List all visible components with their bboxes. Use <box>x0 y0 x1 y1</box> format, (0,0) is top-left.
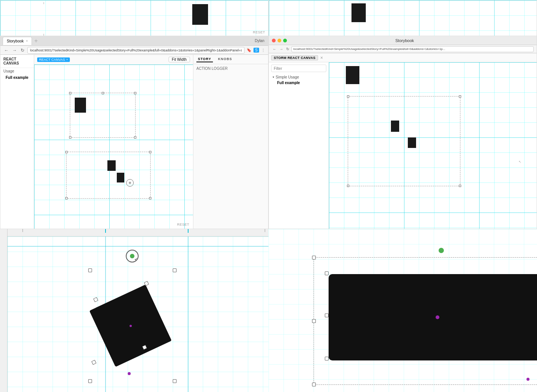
panel-tag-label: REACT CANVAS <box>39 58 65 62</box>
right-canvas-area[interactable]: ↖ <box>329 62 537 229</box>
shape-3 <box>117 173 124 182</box>
sel-handle-outer-tl[interactable] <box>88 268 92 272</box>
sel-handle-outer-br[interactable] <box>173 379 176 383</box>
ruler-vertical <box>0 229 8 392</box>
forward-btn-2[interactable]: → <box>279 47 284 51</box>
canvas-shape-top <box>192 4 208 25</box>
close-button[interactable] <box>272 39 276 42</box>
large-shape-center-dot <box>436 315 439 319</box>
bottom-purple-dot <box>128 372 131 375</box>
outer-handle-ml[interactable] <box>312 319 316 323</box>
ruler-horizontal <box>0 229 268 237</box>
action-panel: STORY KNOBS ACTION LOGGER <box>193 55 268 229</box>
handle-bl-2[interactable] <box>65 197 68 199</box>
handle-tl-2[interactable] <box>65 151 68 153</box>
tab-close-icon[interactable]: × <box>26 39 28 43</box>
bottom-left-canvas[interactable]: ↙ <box>8 237 268 392</box>
right-handle-tl[interactable] <box>347 95 349 98</box>
canvas-area[interactable]: RESET <box>34 65 193 229</box>
top-right-quadrant: Storybook ← → ↻ STORM REACT CANVAS × ▾ S… <box>268 0 537 229</box>
rotated-shape-center <box>130 325 132 327</box>
react-canvas-label: REACT CANVAS <box>0 55 34 68</box>
sel-handle-outer-tr[interactable] <box>173 268 176 272</box>
sidebar-usage[interactable]: Usage <box>0 68 34 74</box>
filter-input[interactable] <box>271 65 326 72</box>
tab-knobs[interactable]: KNOBS <box>217 56 234 62</box>
right-shape-lower <box>408 137 416 148</box>
rotation-handle-dot <box>130 254 134 258</box>
storybook-tab[interactable]: Storybook × <box>3 37 32 45</box>
canvas-toolbar: REACT CANVAS × Fit Width <box>34 55 193 65</box>
handle-tr-2[interactable] <box>149 151 151 153</box>
right-handle-tr[interactable] <box>459 95 461 98</box>
maximize-button[interactable] <box>283 39 287 42</box>
reset-button-top[interactable]: RESET <box>253 30 265 34</box>
refresh-btn-2[interactable]: ↻ <box>285 47 290 51</box>
new-tab-button[interactable]: + <box>34 38 38 44</box>
shape-2 <box>107 160 116 171</box>
large-handle-ml[interactable] <box>325 314 329 317</box>
selection-box-2 <box>66 152 151 199</box>
window-title: Storybook <box>289 38 520 43</box>
cursor-indicator: ↖ <box>519 160 522 164</box>
handle-br-2[interactable] <box>149 197 151 199</box>
address-input[interactable] <box>27 47 244 54</box>
bottom-left-quadrant: ↙ <box>0 229 268 392</box>
storybook-main: REACT CANVAS × Fit Width <box>34 55 193 229</box>
tab-bar: Storybook × + Dylan <box>0 36 268 46</box>
back-button[interactable]: ← <box>3 48 9 53</box>
top-left-quadrant: RESET Storybook × + Dylan ← → ↻ 🔖 S ⋮ RE… <box>0 0 268 229</box>
large-handle-tl[interactable] <box>325 271 329 275</box>
handle-bl-1[interactable] <box>69 136 71 139</box>
forward-button[interactable]: → <box>12 48 18 53</box>
bottom-right-purple-dot <box>526 378 529 381</box>
right-selection-box <box>348 96 460 186</box>
traffic-lights <box>272 39 287 42</box>
address-bar-2: ← → ↻ <box>269 45 537 53</box>
panel-close-icon[interactable]: × <box>320 55 323 60</box>
rotate-cursor-arrow: ↙ <box>134 257 137 261</box>
panel-tag: REACT CANVAS × <box>37 57 70 62</box>
right-toolbar: STORM REACT CANVAS × <box>269 53 537 62</box>
refresh-button[interactable]: ↻ <box>20 48 25 53</box>
rotate-cursor <box>129 182 131 184</box>
outer-handle-tl[interactable] <box>312 256 316 259</box>
tab-story[interactable]: STORY <box>196 56 213 62</box>
rotate-handle[interactable] <box>126 179 134 187</box>
canvas-grid-major <box>34 65 193 229</box>
fit-width-btn[interactable]: Fit Width <box>169 57 190 62</box>
action-panel-header: STORY KNOBS <box>193 55 268 64</box>
canvas-shape-top-right <box>351 3 366 22</box>
rotated-shape-container <box>100 295 161 357</box>
rotation-handle-large[interactable]: ↙ <box>126 250 139 262</box>
action-log-content: ACTION LOGGER <box>193 64 268 73</box>
user-name: Dylan <box>255 39 266 43</box>
sidebar-simple-usage[interactable]: ▾ Simple Usage <box>269 74 329 80</box>
panel-tag-close-icon[interactable]: × <box>66 58 68 61</box>
fit-width-button[interactable]: Fit Width <box>169 57 190 62</box>
reset-button-canvas[interactable]: RESET <box>177 223 189 226</box>
storybook-layout: REACT CANVAS Usage Full example REACT CA… <box>0 55 268 229</box>
right-handle-bl[interactable] <box>347 185 349 187</box>
sel-handle-outer-bl[interactable] <box>88 379 92 383</box>
minimize-button[interactable] <box>278 39 281 42</box>
address-bar: ← → ↻ 🔖 S ⋮ <box>0 46 268 55</box>
more-icon: ⋮ <box>261 48 265 52</box>
large-handle-bl[interactable] <box>325 357 329 360</box>
full-example-label: Full example <box>277 81 300 85</box>
sidebar-full-example[interactable]: Full example <box>269 80 329 86</box>
sidebar-full-example[interactable]: Full example <box>0 74 34 81</box>
collapse-icon: ▾ <box>273 75 274 79</box>
back-btn-2[interactable]: ← <box>272 47 277 51</box>
handle-br-1[interactable] <box>134 136 136 139</box>
simple-usage-label: Simple Usage <box>276 75 299 79</box>
outer-handle-bl[interactable] <box>312 383 316 386</box>
address-input-2[interactable] <box>291 46 534 52</box>
shape-1 <box>75 98 86 113</box>
green-rotation-dot[interactable] <box>439 248 444 253</box>
right-handle-br[interactable] <box>459 185 461 187</box>
handle-tl-1[interactable] <box>69 92 71 94</box>
right-sidebar: ▾ Simple Usage Full example <box>269 62 329 229</box>
handle-tr-1[interactable] <box>134 92 136 94</box>
handle-tm-1[interactable] <box>102 92 104 94</box>
